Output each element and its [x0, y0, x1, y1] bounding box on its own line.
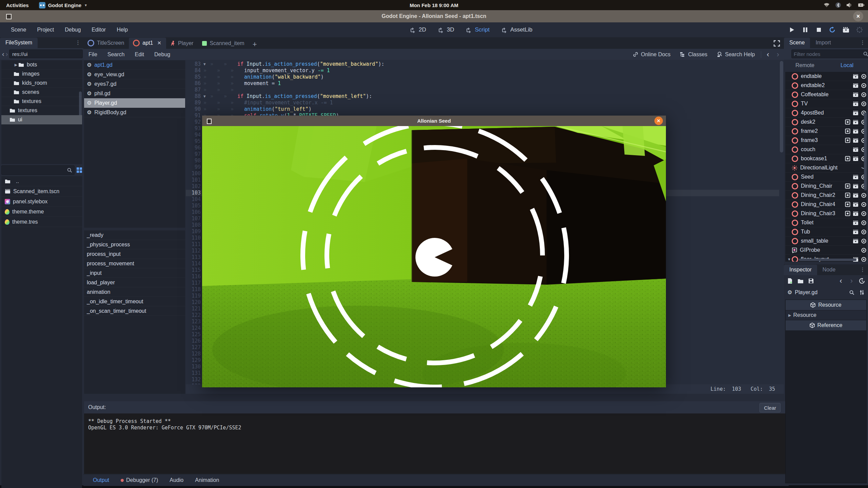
- script-list-item[interactable]: ⚙ RigidBody.gd: [84, 108, 185, 117]
- tab-node[interactable]: Node: [817, 265, 841, 275]
- function-list-item[interactable]: process_input: [84, 249, 185, 259]
- tab-scene[interactable]: Scene: [784, 38, 810, 48]
- visibility-on-icon[interactable]: [861, 74, 867, 79]
- output-console[interactable]: ** Debug Process Started **OpenGL ES 3.0…: [84, 413, 787, 478]
- scene-node-row[interactable]: Dining_Chair: [785, 182, 867, 191]
- groups-icon[interactable]: [853, 147, 859, 152]
- help-link[interactable]: Search Help: [714, 52, 757, 58]
- tab-filesystem[interactable]: FileSystem: [0, 38, 38, 48]
- panel-menu-icon[interactable]: ⋮: [860, 39, 865, 46]
- menu-item[interactable]: Editor: [87, 25, 110, 35]
- groups-icon[interactable]: [853, 211, 859, 216]
- visibility-on-icon[interactable]: [861, 238, 867, 244]
- visibility-on-icon[interactable]: [861, 101, 867, 107]
- game-window[interactable]: Allonian Seed ✕: [202, 116, 666, 387]
- close-icon[interactable]: ✕: [157, 40, 161, 46]
- scene-node-row[interactable]: Dining_Chair3: [785, 209, 867, 218]
- script-menu-item[interactable]: File: [83, 52, 102, 58]
- visibility-on-icon[interactable]: [861, 83, 867, 88]
- editable-instance-icon[interactable]: [845, 211, 850, 216]
- reference-section-header[interactable]: Reference: [786, 320, 866, 331]
- window-close-button[interactable]: ×: [853, 11, 863, 21]
- grid-view-toggle[interactable]: [77, 167, 82, 173]
- function-list-item[interactable]: load_player: [84, 278, 185, 287]
- scene-node-row[interactable]: Dining_Chair4: [785, 200, 867, 209]
- editable-instance-icon[interactable]: [845, 156, 850, 161]
- visibility-on-icon[interactable]: [861, 229, 867, 235]
- scene-tree-hscrollbar[interactable]: [799, 259, 856, 261]
- history-icon[interactable]: [859, 278, 865, 284]
- scene-node-row[interactable]: Tub: [785, 227, 867, 237]
- expand-chevron-icon[interactable]: ▶: [788, 313, 791, 318]
- scene-node-row[interactable]: DirectionalLight: [785, 163, 867, 172]
- script-list-item[interactable]: ⚙ eyes7.gd: [84, 79, 185, 89]
- folder-row[interactable]: ui: [1, 115, 82, 124]
- scene-tab[interactable]: apt1 ✕: [129, 38, 166, 49]
- stop-button[interactable]: [814, 25, 823, 34]
- script-list-item[interactable]: ⚙ apt1.gd: [84, 60, 185, 70]
- code-line[interactable]: 90 »»» animation("turn_left"): [186, 106, 779, 113]
- groups-icon[interactable]: [853, 239, 859, 244]
- function-list-item[interactable]: _on_scan_timer_timeout: [84, 306, 185, 316]
- groups-icon[interactable]: [853, 184, 859, 189]
- filter-nodes-input[interactable]: [791, 49, 868, 58]
- nav-forward-button[interactable]: ›: [6, 50, 8, 58]
- search-property-icon[interactable]: [849, 290, 854, 295]
- editable-instance-icon[interactable]: [845, 183, 850, 189]
- bottom-tab[interactable]: Debugger (7): [116, 477, 163, 483]
- function-list-item[interactable]: _physics_process: [84, 240, 185, 249]
- game-close-button[interactable]: ✕: [654, 117, 663, 125]
- groups-icon[interactable]: [853, 74, 859, 79]
- app-menu[interactable]: Godot Engine ▼: [35, 2, 92, 8]
- folder-row[interactable]: textures: [1, 106, 82, 115]
- bottom-tab[interactable]: Output: [88, 477, 114, 483]
- bottom-tab[interactable]: Animation: [190, 477, 224, 483]
- system-tray[interactable]: [823, 0, 865, 10]
- function-list-item[interactable]: _input: [84, 268, 185, 278]
- window-title-bar[interactable]: Godot Engine - Allonian Seed - apt1.tscn…: [0, 10, 868, 22]
- visibility-on-icon[interactable]: [861, 220, 867, 226]
- visibility-on-icon[interactable]: [861, 257, 867, 262]
- new-scene-tab-button[interactable]: +: [249, 40, 260, 49]
- scene-tree-scrollbar[interactable]: [864, 113, 867, 190]
- folder-row[interactable]: kids_room: [1, 79, 82, 88]
- code-line[interactable]: 89 »»» #input_movement_vector.x -= 1: [186, 100, 779, 106]
- game-viewport[interactable]: [202, 126, 666, 387]
- local-tab[interactable]: Local: [826, 62, 868, 68]
- history-forward-button[interactable]: ›: [775, 50, 781, 59]
- menu-item[interactable]: Project: [33, 25, 58, 35]
- nav-back-button[interactable]: ‹: [2, 50, 4, 58]
- groups-icon[interactable]: [853, 156, 859, 161]
- file-row[interactable]: Scanned_item.tscn: [1, 186, 82, 197]
- function-list-item[interactable]: _on_idle_timer_timeout: [84, 297, 185, 306]
- expand-chevron-icon[interactable]: ▼: [787, 257, 792, 261]
- script-list-item[interactable]: ⚙ eye_view.gd: [84, 70, 185, 79]
- activities-button[interactable]: Activities: [0, 2, 35, 8]
- scene-node-row[interactable]: frame3: [785, 136, 867, 145]
- scene-node-row[interactable]: frame2: [785, 127, 867, 136]
- function-list-item[interactable]: animation: [84, 287, 185, 297]
- menu-item[interactable]: Help: [113, 25, 132, 35]
- visibility-on-icon[interactable]: [861, 202, 867, 207]
- pause-button[interactable]: [801, 25, 810, 34]
- groups-icon[interactable]: [853, 202, 859, 207]
- resource-property-row[interactable]: ▶ Resource: [786, 310, 866, 320]
- menu-item[interactable]: Scene: [7, 25, 30, 35]
- history-back-button[interactable]: ‹: [765, 50, 771, 59]
- editable-instance-icon[interactable]: [845, 192, 850, 198]
- scene-node-row[interactable]: bookcase1: [785, 154, 867, 163]
- file-row[interactable]: panel.stylebox: [1, 197, 82, 207]
- panel-menu-icon[interactable]: ⋮: [860, 266, 865, 273]
- code-line[interactable]: 84 »»» input_movement_vector.y -= 1: [186, 67, 779, 74]
- folder-row[interactable]: scenes: [1, 88, 82, 97]
- fold-arrow-icon[interactable]: ▼: [203, 93, 210, 100]
- remote-tab[interactable]: Remote: [784, 62, 826, 68]
- scene-node-row[interactable]: endtable: [785, 72, 867, 81]
- script-menu-item[interactable]: Debug: [149, 52, 175, 58]
- editable-instance-icon[interactable]: [845, 128, 850, 134]
- folder-row[interactable]: textures: [1, 97, 82, 106]
- groups-icon[interactable]: [853, 92, 859, 97]
- scene-node-row[interactable]: TV: [785, 99, 867, 108]
- function-list-item[interactable]: process_movement: [84, 259, 185, 268]
- play-custom-scene-button[interactable]: [842, 25, 850, 34]
